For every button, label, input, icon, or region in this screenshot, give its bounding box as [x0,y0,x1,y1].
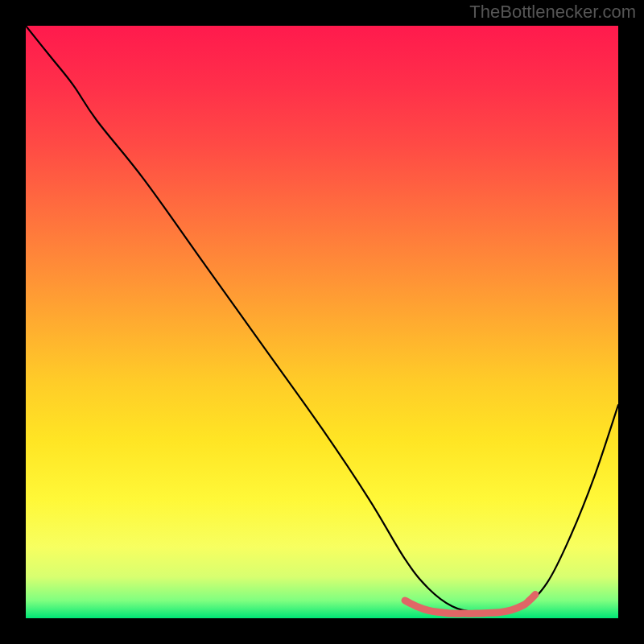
series-optimal-zone-marker [405,595,535,614]
chart-curves [26,26,618,618]
chart-plot-area [26,26,618,618]
series-bottleneck-curve [26,26,618,613]
attribution-text: TheBottlenecker.com [469,2,636,23]
